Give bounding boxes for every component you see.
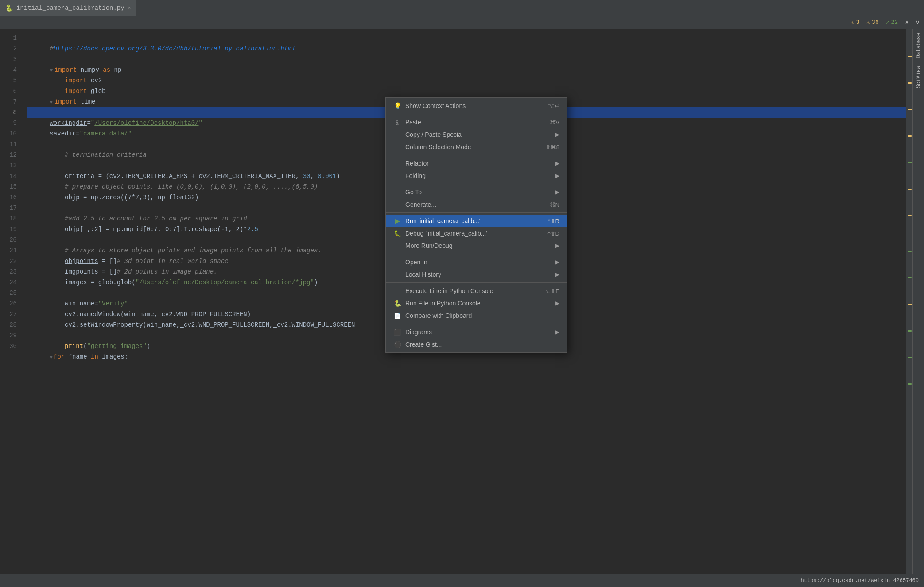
- arrow-local-history: ▶: [555, 271, 559, 278]
- menu-label-column-selection: Column Selection Mode: [405, 143, 471, 151]
- line-num-30: 30: [0, 341, 22, 351]
- line-num-8: 8: [0, 107, 22, 118]
- arrow-diagrams: ▶: [555, 329, 559, 335]
- shortcut-debug: ^⇧D: [548, 230, 560, 237]
- run-icon: ▶: [393, 217, 402, 224]
- menu-item-compare-clipboard[interactable]: 📄 Compare with Clipboard: [386, 309, 567, 322]
- line-num-12: 12: [0, 150, 22, 160]
- menu-label-show-context-actions: Show Context Actions: [405, 102, 466, 109]
- top-info-bar: ⚠ 3 ⚠ 36 ✓ 22 ∧ ∨: [0, 16, 924, 29]
- chevron-down-icon[interactable]: ∨: [916, 19, 920, 26]
- separator-3: [386, 184, 567, 184]
- ok-icon: ✓: [886, 19, 889, 26]
- scroll-marker-ok-2: [908, 251, 912, 252]
- tab-bar: 🐍 initial_camera_calibration.py ×: [0, 0, 924, 16]
- line-numbers: 1 2 3 4 5 6 7 8 9 10 11 12 13 14 15 16 1…: [0, 29, 22, 574]
- line-num-4: 4: [0, 65, 22, 75]
- line-num-27: 27: [0, 309, 22, 320]
- menu-item-more-run-debug[interactable]: More Run/Debug ▶: [386, 239, 567, 252]
- menu-item-debug[interactable]: 🐛 Debug 'initial_camera_calib...' ^⇧D: [386, 227, 567, 239]
- line-num-19: 19: [0, 224, 22, 235]
- line-num-25: 25: [0, 288, 22, 298]
- warning-badge-2[interactable]: ⚠ 36: [866, 19, 878, 26]
- warning-count-2: 36: [872, 19, 879, 26]
- database-panel-label[interactable]: Database: [916, 29, 922, 62]
- editor-tab[interactable]: 🐍 initial_camera_calibration.py ×: [0, 0, 136, 16]
- line-num-5: 5: [0, 75, 22, 86]
- menu-item-run[interactable]: ▶ Run 'initial_camera_calib...' ^⇧R: [386, 215, 567, 227]
- menu-item-run-file-python[interactable]: 🐍 Run File in Python Console ▶: [386, 297, 567, 309]
- lightbulb-icon: 💡: [393, 102, 402, 109]
- tab-close-button[interactable]: ×: [128, 5, 131, 11]
- line-num-2: 2: [0, 43, 22, 54]
- separator-5: [386, 254, 567, 254]
- github-icon: ⚫: [393, 341, 402, 348]
- arrow-more-run: ▶: [555, 243, 559, 249]
- menu-label-diagrams: Diagrams: [405, 328, 432, 336]
- menu-item-go-to[interactable]: Go To ▶: [386, 186, 567, 198]
- line-num-15: 15: [0, 182, 22, 192]
- menu-item-generate[interactable]: Generate... ⌘N: [386, 198, 567, 211]
- menu-label-run-file-python: Run File in Python Console: [405, 300, 481, 307]
- arrow-open-in: ▶: [555, 259, 559, 265]
- chevron-up-icon[interactable]: ∧: [905, 19, 908, 26]
- menu-item-show-context-actions[interactable]: 💡 Show Context Actions ⌥↩: [386, 100, 567, 112]
- menu-item-diagrams[interactable]: ⬛ Diagrams ▶: [386, 326, 567, 338]
- menu-label-run: Run 'initial_camera_calib...': [405, 217, 481, 224]
- menu-item-refactor[interactable]: Refactor ▶: [386, 157, 567, 170]
- code-line-4: import cv2: [27, 65, 906, 75]
- line-num-14: 14: [0, 171, 22, 182]
- menu-label-local-history: Local History: [405, 271, 441, 278]
- menu-item-execute-line[interactable]: Execute Line in Python Console ⌥⇧E: [386, 285, 567, 297]
- scroll-marker-ok-5: [908, 357, 912, 358]
- menu-item-local-history[interactable]: Local History ▶: [386, 268, 567, 281]
- menu-label-debug: Debug 'initial_camera_calib...': [405, 230, 487, 237]
- menu-item-create-gist[interactable]: ⚫ Create Gist...: [386, 338, 567, 351]
- line-num-26: 26: [0, 298, 22, 309]
- line-num-16: 16: [0, 192, 22, 203]
- line-num-1: 1: [0, 33, 22, 43]
- scrollbar-gutter[interactable]: [906, 29, 912, 574]
- scroll-marker-warning-5: [908, 189, 912, 190]
- ok-badge[interactable]: ✓ 22: [886, 19, 898, 26]
- menu-label-open-in: Open In: [405, 259, 427, 266]
- paste-icon: ⎘: [393, 119, 402, 126]
- sciview-panel-label[interactable]: SciView: [916, 62, 922, 92]
- menu-label-execute-line: Execute Line in Python Console: [405, 287, 493, 294]
- separator-1: [386, 114, 567, 114]
- tab-label: initial_camera_calibration.py: [16, 4, 124, 12]
- warning-badge-1[interactable]: ⚠ 3: [851, 19, 860, 26]
- menu-label-create-gist: Create Gist...: [405, 341, 442, 348]
- shortcut-execute-line: ⌥⇧E: [544, 288, 559, 294]
- code-line-5: import glob: [27, 75, 906, 86]
- menu-item-folding[interactable]: Folding ▶: [386, 170, 567, 182]
- warning-icon-1: ⚠: [851, 19, 854, 26]
- scroll-marker-ok-6: [908, 383, 912, 385]
- line-num-22: 22: [0, 256, 22, 266]
- menu-label-copy-paste-special: Copy / Paste Special: [405, 131, 463, 138]
- menu-label-paste: Paste: [405, 119, 421, 126]
- arrow-folding: ▶: [555, 173, 559, 179]
- separator-6: [386, 282, 567, 283]
- line-num-28: 28: [0, 320, 22, 330]
- menu-label-folding: Folding: [405, 172, 426, 179]
- right-sidebar: Database SciView: [912, 29, 924, 574]
- scroll-marker-warning-3: [908, 109, 912, 110]
- arrow-copy-paste: ▶: [555, 131, 559, 138]
- menu-item-copy-paste-special[interactable]: Copy / Paste Special ▶: [386, 128, 567, 141]
- line-num-29: 29: [0, 330, 22, 341]
- line-num-11: 11: [0, 139, 22, 150]
- separator-7: [386, 324, 567, 324]
- line-num-23: 23: [0, 266, 22, 277]
- debug-icon: 🐛: [393, 230, 402, 237]
- line-num-9: 9: [0, 118, 22, 128]
- line-num-20: 20: [0, 235, 22, 245]
- warning-count-1: 3: [856, 19, 859, 26]
- menu-item-paste[interactable]: ⎘ Paste ⌘V: [386, 116, 567, 128]
- menu-label-refactor: Refactor: [405, 160, 429, 167]
- shortcut-generate: ⌘N: [550, 201, 559, 208]
- scroll-marker-warning: [908, 56, 912, 57]
- menu-label-generate: Generate...: [405, 201, 436, 208]
- menu-item-open-in[interactable]: Open In ▶: [386, 256, 567, 268]
- menu-item-column-selection[interactable]: Column Selection Mode ⇧⌘8: [386, 141, 567, 153]
